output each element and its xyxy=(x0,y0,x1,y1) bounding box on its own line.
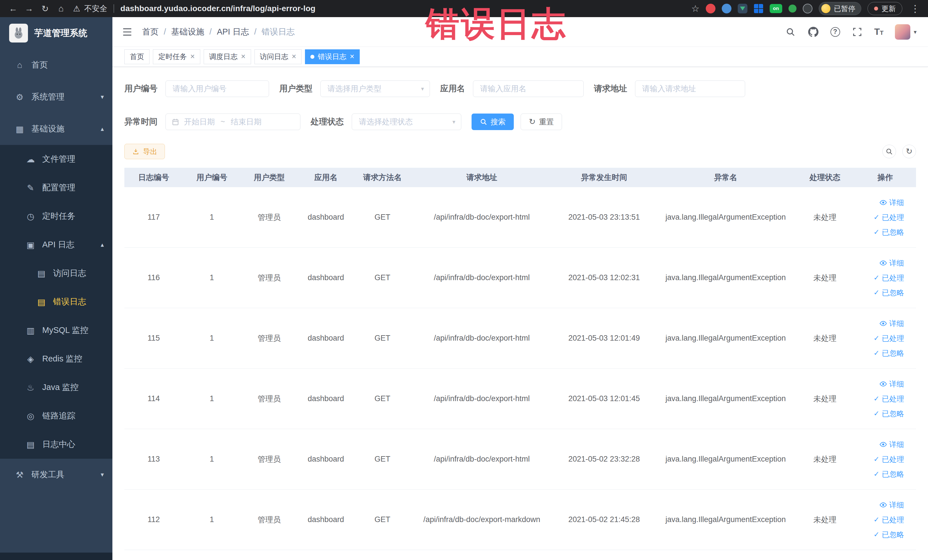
search-button[interactable]: 搜索 xyxy=(472,113,514,130)
back-icon[interactable]: ← xyxy=(6,2,20,15)
fullscreen-icon[interactable] xyxy=(852,26,863,38)
cell-user-type: 管理员 xyxy=(241,429,298,489)
cell-log-id: 116 xyxy=(124,248,183,308)
mark-processed-link[interactable]: ✓已处理 xyxy=(873,274,904,282)
tab-label: 定时任务 xyxy=(158,52,187,61)
breadcrumb-item[interactable]: API 日志 xyxy=(217,26,249,38)
sidebar-item-config-management[interactable]: ✎ 配置管理 xyxy=(0,174,112,202)
user-id-input[interactable] xyxy=(165,81,269,97)
cell-user-id: 1 xyxy=(183,490,241,550)
sidebar-item-mysql-monitor[interactable]: ▥ MySQL 监控 xyxy=(0,316,112,345)
mark-processed-link[interactable]: ✓已处理 xyxy=(873,214,904,221)
update-label: 更新 xyxy=(882,4,896,14)
sidebar-item-log-center[interactable]: ▤ 日志中心 xyxy=(0,430,112,459)
font-size-icon[interactable]: TT xyxy=(875,26,884,37)
sidebar-item-label: 文件管理 xyxy=(42,154,75,165)
breadcrumb-item[interactable]: 基础设施 xyxy=(171,26,204,38)
cell-exception: java.lang.IllegalArgumentException xyxy=(656,429,796,489)
sidebar-item-file-management[interactable]: ☁ 文件管理 xyxy=(0,145,112,174)
sidebar-item-api-log[interactable]: ▣ API 日志 ▴ xyxy=(0,230,112,259)
vue-devtools-extension-icon[interactable] xyxy=(738,4,748,14)
sidebar-item-system-management[interactable]: ⚙ 系统管理 ▾ xyxy=(0,81,112,113)
detail-link[interactable]: 详细 xyxy=(879,501,904,509)
forward-icon[interactable]: → xyxy=(22,2,36,15)
column-header: 用户编号 xyxy=(183,168,241,187)
close-icon[interactable]: × xyxy=(241,53,246,61)
close-icon[interactable]: × xyxy=(190,53,195,61)
close-icon[interactable]: × xyxy=(350,53,354,61)
extension-icon[interactable] xyxy=(789,5,797,12)
app-name-input[interactable] xyxy=(473,81,584,97)
date-range-picker[interactable]: 开始日期 ~ 结束日期 xyxy=(165,113,301,130)
search-icon[interactable] xyxy=(785,26,796,38)
extension-icon[interactable] xyxy=(722,4,731,14)
sidebar-item-infrastructure[interactable]: ▦ 基础设施 ▴ xyxy=(0,113,112,145)
user-type-select[interactable]: 请选择用户类型 ▾ xyxy=(321,81,430,97)
mark-ignored-link[interactable]: ✓已忽略 xyxy=(873,531,904,538)
user-menu[interactable]: ▾ xyxy=(895,24,917,40)
home-icon[interactable]: ⌂ xyxy=(54,2,68,15)
extension-on-badge[interactable]: on xyxy=(770,4,782,13)
address-bar[interactable]: ⚠ 不安全 dashboard.yudao.iocoder.cn/infra/l… xyxy=(73,3,316,14)
cell-method: GET xyxy=(354,308,411,368)
app-logo[interactable]: 芋道管理系统 xyxy=(0,17,112,49)
mark-processed-link[interactable]: ✓已处理 xyxy=(873,456,904,463)
mark-processed-link[interactable]: ✓已处理 xyxy=(873,516,904,523)
column-header: 请求地址 xyxy=(411,168,553,187)
detail-link[interactable]: 详细 xyxy=(879,199,904,206)
user-avatar xyxy=(895,24,910,40)
reload-icon[interactable]: ↻ xyxy=(38,2,52,15)
sidebar-item-home[interactable]: ⌂ 首页 xyxy=(0,49,112,81)
browser-menu-icon[interactable]: ⋮ xyxy=(908,3,922,14)
sync-paused-chip[interactable]: 已暂停 xyxy=(819,2,861,15)
extension-icon[interactable] xyxy=(706,4,716,14)
breadcrumb-item[interactable]: 首页 xyxy=(142,26,159,38)
cell-app-name: dashboard xyxy=(298,187,354,247)
cell-user-type: 管理员 xyxy=(241,490,298,550)
tab-schedule-log[interactable]: 调度日志 × xyxy=(204,49,251,64)
tab-error-log[interactable]: 错误日志 × xyxy=(305,49,360,64)
hamburger-icon[interactable] xyxy=(121,25,134,39)
mark-ignored-link[interactable]: ✓已忽略 xyxy=(873,410,904,417)
sidebar-item-access-log[interactable]: ▤ 访问日志 xyxy=(0,259,112,288)
mark-ignored-link[interactable]: ✓已忽略 xyxy=(873,289,904,296)
cell-exception: java.lang.IllegalArgumentException xyxy=(656,490,796,550)
mark-ignored-link[interactable]: ✓已忽略 xyxy=(873,470,904,478)
detail-link[interactable]: 详细 xyxy=(879,259,904,267)
sidebar-item-trace[interactable]: ◎ 链路追踪 xyxy=(0,402,112,430)
cell-app-name: dashboard xyxy=(298,369,354,429)
app-title: 芋道管理系统 xyxy=(34,27,87,39)
extension-icon[interactable] xyxy=(754,4,763,14)
sidebar-item-java-monitor[interactable]: ♨ Java 监控 xyxy=(0,373,112,402)
sidebar-item-scheduled-jobs[interactable]: ◷ 定时任务 xyxy=(0,202,112,230)
tab-access-log[interactable]: 访问日志 × xyxy=(255,49,302,64)
github-icon[interactable] xyxy=(807,26,819,38)
refresh-table-button[interactable]: ↻ xyxy=(902,145,916,158)
sidebar-item-redis-monitor[interactable]: ◈ Redis 监控 xyxy=(0,345,112,373)
tab-home[interactable]: 首页 xyxy=(124,49,150,64)
mark-ignored-link[interactable]: ✓已忽略 xyxy=(873,349,904,357)
cell-status: 未处理 xyxy=(796,248,854,308)
extension-icon[interactable] xyxy=(803,4,812,14)
mark-ignored-link[interactable]: ✓已忽略 xyxy=(873,229,904,236)
detail-link[interactable]: 详细 xyxy=(879,320,904,327)
sidebar-item-error-log[interactable]: ▤ 错误日志 xyxy=(0,288,112,316)
field-label: 应用名 xyxy=(440,83,465,95)
mark-processed-link[interactable]: ✓已处理 xyxy=(873,335,904,342)
detail-link[interactable]: 详细 xyxy=(879,380,904,388)
process-status-select[interactable]: 请选择处理状态 ▾ xyxy=(352,113,461,130)
close-icon[interactable]: × xyxy=(292,53,296,61)
export-button[interactable]: 导出 xyxy=(124,144,165,159)
tab-scheduled-jobs[interactable]: 定时任务 × xyxy=(153,49,200,64)
browser-update-button[interactable]: 更新 xyxy=(867,2,902,15)
bookmark-star-icon[interactable]: ☆ xyxy=(691,3,699,14)
help-icon[interactable]: ? xyxy=(830,27,840,37)
table-row: 116 1 管理员 dashboard GET /api/infra/db-do… xyxy=(124,248,916,308)
mark-processed-link[interactable]: ✓已处理 xyxy=(873,395,904,403)
toggle-search-button[interactable] xyxy=(882,145,896,158)
detail-link[interactable]: 详细 xyxy=(879,441,904,448)
sidebar-item-dev-tools[interactable]: ⚒ 研发工具 ▾ xyxy=(0,459,112,491)
check-icon: ✓ xyxy=(873,470,879,478)
reset-button[interactable]: ↻ 重置 xyxy=(520,113,562,130)
request-url-input[interactable] xyxy=(635,81,745,97)
